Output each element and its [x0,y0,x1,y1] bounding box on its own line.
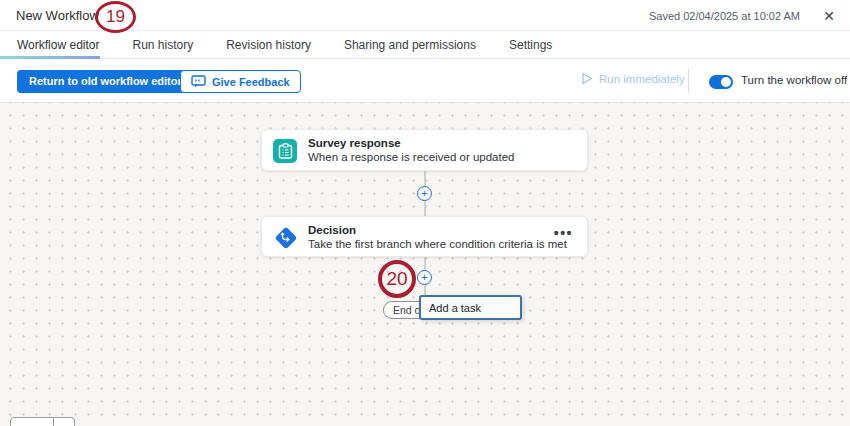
trigger-node-survey-response[interactable]: Survey response When a response is recei… [261,129,588,171]
toolbar-divider [688,69,689,93]
annotation-circle-19: 19 [95,1,136,33]
close-icon[interactable]: ✕ [820,7,838,25]
add-task-plus-icon-2[interactable]: + [417,270,432,285]
run-immediately-label: Run immediately [599,73,685,85]
return-old-editor-button[interactable]: Return to old workflow editor [17,70,194,93]
toggle-knob [721,77,731,87]
tab-workflow-editor[interactable]: Workflow editor [17,38,99,52]
decision-node[interactable]: Decision Take the first branch where con… [261,216,588,257]
workflow-on-off-toggle[interactable] [709,75,733,89]
toggle-label: Turn the workflow off [741,74,847,86]
trigger-node-title: Survey response [308,136,514,150]
decision-node-title: Decision [308,223,567,237]
workflow-canvas[interactable]: Survey response When a response is recei… [0,103,850,426]
workflow-editor-window: New Workflow Saved 02/04/2025 at 10:02 A… [0,0,850,426]
tab-revision-history[interactable]: Revision history [226,38,311,52]
tab-settings[interactable]: Settings [509,38,552,52]
zoom-button-box[interactable] [54,417,75,426]
tab-run-history[interactable]: Run history [132,38,193,52]
toolbar: Return to old workflow editor Give Feedb… [0,59,850,103]
clipboard-icon [273,139,297,163]
branch-icon [275,227,296,248]
more-options-icon[interactable]: ••• [554,225,573,241]
page-title: New Workflow [16,8,99,23]
give-feedback-button[interactable]: Give Feedback [180,70,301,93]
saved-status: Saved 02/04/2025 at 10:02 AM [649,10,800,22]
give-feedback-label: Give Feedback [212,76,290,88]
trigger-node-subtitle: When a response is received or updated [308,150,514,164]
tab-sharing-permissions[interactable]: Sharing and permissions [344,38,476,52]
tab-bar: Workflow editor Run history Revision his… [0,31,850,59]
feedback-bubble-icon [191,75,206,88]
play-icon [581,72,593,85]
add-task-tooltip[interactable]: Add a task [419,295,522,320]
decision-node-subtitle: Take the first branch where condition cr… [308,237,567,251]
annotation-circle-20: 20 [378,260,416,298]
run-immediately-button[interactable]: Run immediately [581,72,685,85]
zoom-level-box[interactable] [10,417,54,426]
add-task-plus-icon-1[interactable]: + [417,186,432,201]
zoom-control[interactable] [10,417,75,426]
